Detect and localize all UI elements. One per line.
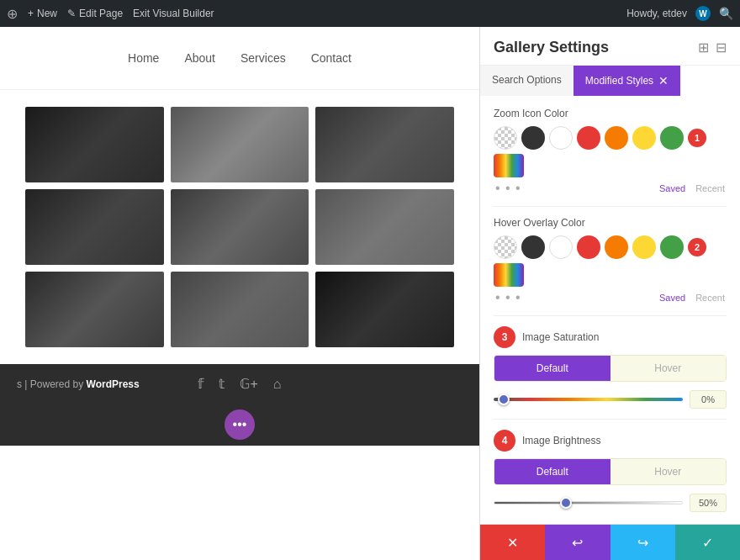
image-brightness-section: 4 Image Brightness Default Hover 50%	[494, 430, 727, 512]
nav-home[interactable]: Home	[128, 51, 159, 65]
color-gradient-picker-1[interactable]	[494, 154, 524, 177]
panel-tabs: Search Options Modified Styles ✕	[480, 66, 740, 96]
color-dots-1[interactable]: • • •	[495, 181, 521, 196]
nav-bar: Home About Services Contact	[0, 27, 479, 90]
color-gradient-picker-2[interactable]	[494, 263, 524, 287]
saturation-slider-track[interactable]	[494, 398, 683, 401]
color-white-1[interactable]	[549, 126, 573, 150]
brightness-tabs: Default Hover	[494, 458, 727, 485]
gallery-item-9[interactable]	[315, 272, 454, 347]
brightness-label: Image Brightness	[522, 435, 600, 446]
tab-modified-styles[interactable]: Modified Styles ✕	[574, 66, 680, 96]
panel-title: Gallery Settings	[494, 39, 609, 56]
hover-overlay-color-section: Hover Overlay Color 2 • • • Saved	[494, 217, 727, 305]
fab-button[interactable]: •••	[225, 409, 255, 440]
brightness-slider-container: 50%	[494, 494, 727, 512]
color-green-2[interactable]	[660, 235, 684, 259]
color-transparent-2[interactable]	[494, 235, 517, 259]
gallery-item-4[interactable]	[25, 189, 164, 265]
saturation-value: 0%	[690, 390, 727, 409]
edit-icon: ✎	[67, 8, 76, 19]
gallery-item-2[interactable]	[171, 107, 309, 182]
admin-exit-builder[interactable]: Exit Visual Builder	[133, 8, 214, 19]
color-white-2[interactable]	[549, 235, 573, 259]
color-yellow-1[interactable]	[632, 126, 656, 150]
saturation-default-tab[interactable]: Default	[494, 356, 610, 381]
brightness-step-badge: 4	[494, 430, 515, 452]
hover-overlay-color-label: Hover Overlay Color	[494, 217, 727, 229]
gallery-item-7[interactable]	[25, 272, 164, 347]
nav-contact[interactable]: Contact	[311, 51, 352, 65]
panel-footer: ✕ ↩ ↪ ✓	[480, 524, 740, 560]
wordpress-label: WordPress	[87, 378, 140, 390]
footer-undo-button[interactable]: ↩	[545, 525, 610, 560]
saturation-hover-tab[interactable]: Hover	[610, 356, 727, 381]
color-black-2[interactable]	[521, 235, 545, 259]
wp-user-icon: W	[695, 6, 711, 21]
tab-search-options[interactable]: Search Options	[480, 66, 574, 96]
gallery-item-5[interactable]	[171, 189, 309, 265]
color-black-1[interactable]	[521, 126, 545, 150]
recent-label-1[interactable]: Recent	[695, 183, 725, 193]
zoom-icon-color-section: Zoom Icon Color 1 • • • Saved	[494, 108, 727, 196]
gallery-grid	[25, 107, 454, 347]
color-red-1[interactable]	[577, 126, 600, 150]
footer-cancel-button[interactable]: ✕	[480, 525, 545, 560]
saved-label-2[interactable]: Saved	[659, 293, 685, 303]
gallery-settings-panel: Gallery Settings ⊞ ⊟ Search Options Modi…	[479, 27, 740, 560]
admin-search-icon[interactable]: 🔍	[719, 7, 733, 20]
nav-about[interactable]: About	[184, 51, 215, 65]
panel-body: Zoom Icon Color 1 • • • Saved	[480, 96, 740, 524]
color-dots-2[interactable]: • • •	[495, 290, 521, 305]
saturation-label: Image Saturation	[522, 331, 599, 343]
gallery-item-1[interactable]	[25, 107, 164, 182]
color-orange-2[interactable]	[605, 235, 628, 259]
gallery-area	[0, 90, 479, 364]
saturation-step-badge: 3	[494, 326, 515, 348]
zoom-color-row: 1	[494, 126, 727, 177]
fab-area: •••	[0, 404, 479, 446]
zoom-badge-1: 1	[688, 129, 706, 147]
footer-powered-by: s | Powered by WordPress	[17, 378, 140, 390]
brightness-default-tab[interactable]: Default	[494, 459, 610, 484]
saturation-tabs: Default Hover	[494, 355, 727, 382]
saturation-slider-container: 0%	[494, 390, 727, 409]
brightness-slider-thumb[interactable]	[560, 497, 572, 509]
brightness-value: 50%	[690, 494, 727, 512]
brightness-slider-track[interactable]	[494, 501, 683, 505]
saved-label-1[interactable]: Saved	[659, 183, 685, 193]
gallery-item-6[interactable]	[315, 189, 454, 265]
social-twitter[interactable]: 𝕥	[219, 376, 225, 392]
color-transparent-1[interactable]	[494, 126, 517, 150]
panel-header-icons: ⊞ ⊟	[698, 40, 727, 55]
hover-color-row: 2	[494, 235, 727, 287]
social-googleplus[interactable]: 𝔾+	[240, 376, 257, 392]
howdy-text: Howdy, etdev	[626, 8, 687, 19]
footer-redo-button[interactable]: ↪	[610, 525, 675, 560]
site-footer: s | Powered by WordPress 𝕗 𝕥 𝔾+ ⌂	[0, 364, 479, 404]
color-green-1[interactable]	[660, 126, 684, 150]
footer-save-button[interactable]: ✓	[675, 525, 740, 560]
saturation-slider-thumb[interactable]	[498, 394, 510, 405]
panel-grid-icon[interactable]: ⊞	[698, 40, 709, 55]
nav-services[interactable]: Services	[240, 51, 286, 65]
panel-header: Gallery Settings ⊞ ⊟	[480, 27, 740, 66]
modified-tab-close[interactable]: ✕	[658, 74, 669, 87]
color-orange-1[interactable]	[605, 126, 628, 150]
recent-label-2[interactable]: Recent	[695, 293, 725, 303]
gallery-item-3[interactable]	[315, 107, 454, 182]
brightness-hover-tab[interactable]: Hover	[610, 459, 727, 484]
social-facebook[interactable]: 𝕗	[198, 376, 204, 392]
wp-logo: ⊕	[7, 6, 18, 22]
panel-columns-icon[interactable]: ⊟	[716, 40, 727, 55]
plus-icon: +	[28, 8, 34, 19]
admin-edit-page[interactable]: ✎ Edit Page	[67, 8, 123, 19]
color-yellow-2[interactable]	[632, 235, 656, 259]
page-content: Home About Services Contact s | Powered	[0, 27, 479, 560]
gallery-item-8[interactable]	[171, 272, 309, 347]
social-rss[interactable]: ⌂	[273, 377, 282, 392]
hover-badge-2: 2	[688, 238, 706, 256]
admin-new[interactable]: + New	[28, 8, 57, 19]
color-red-2[interactable]	[577, 235, 600, 259]
image-saturation-section: 3 Image Saturation Default Hover 0%	[494, 326, 727, 409]
